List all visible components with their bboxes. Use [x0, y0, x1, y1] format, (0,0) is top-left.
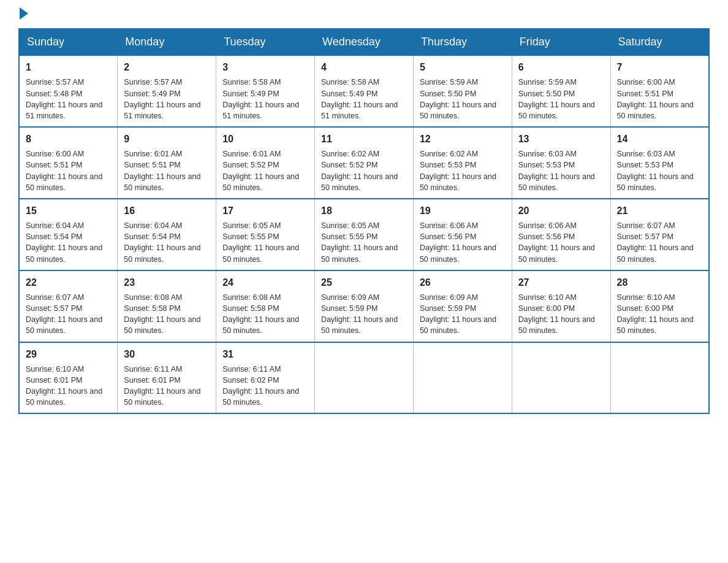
column-header-tuesday: Tuesday: [216, 29, 315, 55]
day-number: 6: [518, 61, 604, 74]
day-info: Sunrise: 6:09 AMSunset: 5:59 PMDaylight:…: [420, 292, 506, 337]
day-number: 18: [321, 204, 407, 218]
day-info: Sunrise: 6:11 AMSunset: 6:02 PMDaylight:…: [222, 364, 308, 408]
logo-arrow-icon: [20, 7, 28, 20]
day-info: Sunrise: 6:11 AMSunset: 6:01 PMDaylight:…: [124, 364, 210, 408]
day-number: 23: [124, 276, 210, 289]
day-number: 28: [617, 276, 702, 289]
day-number: 21: [617, 204, 702, 218]
calendar-week-row: 22Sunrise: 6:07 AMSunset: 5:57 PMDayligh…: [19, 270, 709, 342]
day-number: 17: [222, 204, 308, 218]
day-number: 2: [124, 61, 210, 74]
day-info: Sunrise: 6:03 AMSunset: 5:53 PMDaylight:…: [518, 148, 604, 193]
day-number: 9: [124, 132, 210, 146]
calendar-week-row: 15Sunrise: 6:04 AMSunset: 5:54 PMDayligh…: [19, 199, 709, 270]
day-number: 4: [321, 61, 407, 74]
column-header-wednesday: Wednesday: [315, 29, 414, 55]
calendar-cell: 31Sunrise: 6:11 AMSunset: 6:02 PMDayligh…: [216, 342, 315, 414]
calendar-table: SundayMondayTuesdayWednesdayThursdayFrid…: [18, 28, 710, 414]
day-info: Sunrise: 6:09 AMSunset: 5:59 PMDaylight:…: [321, 292, 407, 337]
day-number: 7: [617, 61, 702, 74]
day-number: 31: [222, 348, 308, 361]
calendar-cell: [315, 342, 414, 414]
day-number: 14: [617, 132, 702, 146]
column-header-saturday: Saturday: [610, 29, 709, 55]
day-number: 5: [420, 61, 506, 74]
day-info: Sunrise: 6:04 AMSunset: 5:54 PMDaylight:…: [26, 220, 111, 265]
page-header: [18, 12, 710, 17]
calendar-cell: [413, 342, 512, 414]
day-number: 19: [420, 204, 506, 218]
column-header-friday: Friday: [512, 29, 610, 55]
day-number: 22: [26, 276, 111, 289]
day-number: 13: [518, 132, 604, 146]
calendar-cell: 25Sunrise: 6:09 AMSunset: 5:59 PMDayligh…: [315, 270, 414, 342]
day-info: Sunrise: 6:07 AMSunset: 5:57 PMDaylight:…: [617, 220, 702, 265]
day-info: Sunrise: 6:04 AMSunset: 5:54 PMDaylight:…: [124, 220, 210, 265]
calendar-cell: 7Sunrise: 6:00 AMSunset: 5:51 PMDaylight…: [610, 55, 709, 127]
day-info: Sunrise: 6:00 AMSunset: 5:51 PMDaylight:…: [26, 148, 111, 193]
day-info: Sunrise: 6:05 AMSunset: 5:55 PMDaylight:…: [321, 220, 407, 265]
day-number: 29: [26, 348, 111, 361]
day-info: Sunrise: 6:06 AMSunset: 5:56 PMDaylight:…: [420, 220, 506, 265]
calendar-cell: 6Sunrise: 5:59 AMSunset: 5:50 PMDaylight…: [512, 55, 610, 127]
day-info: Sunrise: 6:06 AMSunset: 5:56 PMDaylight:…: [518, 220, 604, 265]
calendar-cell: 27Sunrise: 6:10 AMSunset: 6:00 PMDayligh…: [512, 270, 610, 342]
calendar-cell: 3Sunrise: 5:58 AMSunset: 5:49 PMDaylight…: [216, 55, 315, 127]
day-number: 16: [124, 204, 210, 218]
calendar-cell: 13Sunrise: 6:03 AMSunset: 5:53 PMDayligh…: [512, 127, 610, 199]
day-info: Sunrise: 5:59 AMSunset: 5:50 PMDaylight:…: [420, 77, 506, 121]
day-number: 1: [26, 61, 111, 74]
calendar-cell: 17Sunrise: 6:05 AMSunset: 5:55 PMDayligh…: [216, 199, 315, 270]
calendar-cell: 23Sunrise: 6:08 AMSunset: 5:58 PMDayligh…: [118, 270, 216, 342]
day-number: 15: [26, 204, 111, 218]
day-info: Sunrise: 6:02 AMSunset: 5:52 PMDaylight:…: [321, 148, 407, 193]
day-number: 27: [518, 276, 604, 289]
calendar-cell: 29Sunrise: 6:10 AMSunset: 6:01 PMDayligh…: [19, 342, 118, 414]
calendar-cell: 4Sunrise: 5:58 AMSunset: 5:49 PMDaylight…: [315, 55, 414, 127]
day-info: Sunrise: 6:10 AMSunset: 6:00 PMDaylight:…: [617, 292, 702, 337]
day-info: Sunrise: 6:07 AMSunset: 5:57 PMDaylight:…: [26, 292, 111, 337]
calendar-cell: 2Sunrise: 5:57 AMSunset: 5:49 PMDaylight…: [118, 55, 216, 127]
calendar-cell: [610, 342, 709, 414]
calendar-cell: 21Sunrise: 6:07 AMSunset: 5:57 PMDayligh…: [610, 199, 709, 270]
day-number: 25: [321, 276, 407, 289]
column-header-monday: Monday: [118, 29, 216, 55]
calendar-cell: 5Sunrise: 5:59 AMSunset: 5:50 PMDaylight…: [413, 55, 512, 127]
calendar-cell: 30Sunrise: 6:11 AMSunset: 6:01 PMDayligh…: [118, 342, 216, 414]
day-info: Sunrise: 6:01 AMSunset: 5:51 PMDaylight:…: [124, 148, 210, 193]
day-info: Sunrise: 5:58 AMSunset: 5:49 PMDaylight:…: [321, 77, 407, 121]
calendar-week-row: 29Sunrise: 6:10 AMSunset: 6:01 PMDayligh…: [19, 342, 709, 414]
calendar-cell: [512, 342, 610, 414]
day-number: 3: [222, 61, 308, 74]
calendar-cell: 10Sunrise: 6:01 AMSunset: 5:52 PMDayligh…: [216, 127, 315, 199]
calendar-cell: 14Sunrise: 6:03 AMSunset: 5:53 PMDayligh…: [610, 127, 709, 199]
calendar-cell: 19Sunrise: 6:06 AMSunset: 5:56 PMDayligh…: [413, 199, 512, 270]
calendar-cell: 11Sunrise: 6:02 AMSunset: 5:52 PMDayligh…: [315, 127, 414, 199]
calendar-week-row: 1Sunrise: 5:57 AMSunset: 5:48 PMDaylight…: [19, 55, 709, 127]
calendar-cell: 9Sunrise: 6:01 AMSunset: 5:51 PMDaylight…: [118, 127, 216, 199]
day-info: Sunrise: 6:01 AMSunset: 5:52 PMDaylight:…: [222, 148, 308, 193]
day-info: Sunrise: 5:57 AMSunset: 5:49 PMDaylight:…: [124, 77, 210, 121]
column-header-thursday: Thursday: [413, 29, 512, 55]
calendar-week-row: 8Sunrise: 6:00 AMSunset: 5:51 PMDaylight…: [19, 127, 709, 199]
day-info: Sunrise: 6:00 AMSunset: 5:51 PMDaylight:…: [617, 77, 702, 121]
day-info: Sunrise: 6:08 AMSunset: 5:58 PMDaylight:…: [124, 292, 210, 337]
day-number: 24: [222, 276, 308, 289]
day-info: Sunrise: 5:59 AMSunset: 5:50 PMDaylight:…: [518, 77, 604, 121]
day-info: Sunrise: 5:57 AMSunset: 5:48 PMDaylight:…: [26, 77, 111, 121]
day-number: 10: [222, 132, 308, 146]
day-info: Sunrise: 6:10 AMSunset: 6:01 PMDaylight:…: [26, 364, 111, 408]
column-header-sunday: Sunday: [19, 29, 118, 55]
calendar-cell: 16Sunrise: 6:04 AMSunset: 5:54 PMDayligh…: [118, 199, 216, 270]
calendar-cell: 22Sunrise: 6:07 AMSunset: 5:57 PMDayligh…: [19, 270, 118, 342]
day-info: Sunrise: 6:08 AMSunset: 5:58 PMDaylight:…: [222, 292, 308, 337]
day-number: 20: [518, 204, 604, 218]
logo: [18, 12, 28, 17]
calendar-cell: 20Sunrise: 6:06 AMSunset: 5:56 PMDayligh…: [512, 199, 610, 270]
day-number: 26: [420, 276, 506, 289]
day-number: 30: [124, 348, 210, 361]
calendar-cell: 26Sunrise: 6:09 AMSunset: 5:59 PMDayligh…: [413, 270, 512, 342]
calendar-cell: 24Sunrise: 6:08 AMSunset: 5:58 PMDayligh…: [216, 270, 315, 342]
day-number: 12: [420, 132, 506, 146]
